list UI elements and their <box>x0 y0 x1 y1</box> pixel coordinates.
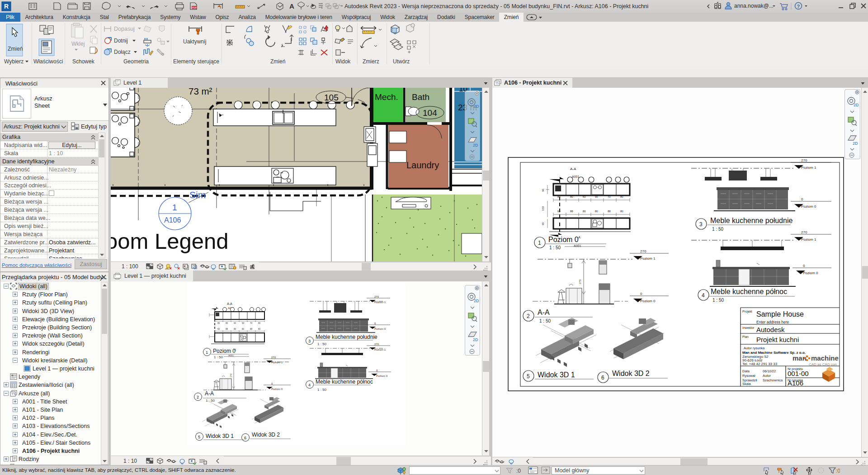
svg-text:5: 5 <box>527 373 530 380</box>
svg-text:0: 0 <box>803 264 805 268</box>
svg-text:Meble kuchenne południe: Meble kuchenne południe <box>316 334 377 340</box>
svg-text:Schowek: Schowek <box>72 58 95 65</box>
svg-text:Zmień: Zmień <box>8 46 23 52</box>
svg-text:270: 270 <box>801 230 807 234</box>
svg-text:A: A <box>289 2 294 10</box>
svg-text:4: 4 <box>702 292 705 299</box>
svg-text:80: 80 <box>570 195 573 198</box>
svg-text:1 : 50: 1 : 50 <box>539 318 551 323</box>
svg-text:2: 2 <box>527 313 530 319</box>
svg-text:Dopasuj: Dopasuj <box>114 26 135 32</box>
svg-text:1 : 50: 1 : 50 <box>712 227 723 232</box>
svg-text:270: 270 <box>271 356 276 359</box>
svg-text:80: 80 <box>217 322 220 324</box>
svg-text:Poziom 0: Poziom 0 <box>376 375 388 377</box>
svg-text:Poziom 0: Poziom 0 <box>640 299 656 303</box>
svg-text:Zmierz: Zmierz <box>363 58 379 65</box>
svg-text:Poziom 1: Poziom 1 <box>374 301 386 304</box>
svg-text::0: :0 <box>516 468 521 474</box>
svg-text:Tel. +48 42 291 33 33: Tel. +48 42 291 33 33 <box>742 362 778 366</box>
svg-text:1 : 50: 1 : 50 <box>206 399 215 403</box>
svg-text:A106: A106 <box>164 216 181 224</box>
svg-text:1: 1 <box>172 203 177 212</box>
svg-text:270: 270 <box>374 295 379 298</box>
svg-text:60: 60 <box>542 222 544 225</box>
svg-text:Szachownica: Szachownica <box>763 378 783 382</box>
svg-text:Poziom 0: Poziom 0 <box>271 388 283 390</box>
svg-text:Poziom 0: Poziom 0 <box>801 204 816 209</box>
svg-text:80: 80 <box>620 195 623 198</box>
svg-text:Plan: Plan <box>742 335 749 338</box>
svg-text:A001: A001 <box>572 175 579 178</box>
svg-text:1 : 50: 1 : 50 <box>214 355 223 359</box>
svg-text:5: 5 <box>198 435 200 439</box>
svg-text:88: 88 <box>570 210 573 213</box>
svg-text:2D: 2D <box>854 103 859 107</box>
svg-text:Uaktywnij: Uaktywnij <box>183 38 206 45</box>
svg-text:80: 80 <box>234 328 236 330</box>
svg-text:A-A: A-A <box>538 309 550 316</box>
svg-text:80: 80 <box>583 210 586 213</box>
svg-text:Bath: Bath <box>412 92 429 102</box>
svg-text:A-A: A-A <box>570 167 576 171</box>
svg-text:Sample House: Sample House <box>756 310 804 318</box>
svg-text:2D: 2D <box>473 143 478 147</box>
svg-text:-A: -A <box>234 348 236 351</box>
svg-text:0: 0 <box>640 292 642 296</box>
svg-text:Widok 3D 1: Widok 3D 1 <box>538 371 575 379</box>
svg-text:06/10/22: 06/10/22 <box>763 369 776 373</box>
svg-text:70: 70 <box>608 195 611 198</box>
svg-text:2D: 2D <box>474 104 479 109</box>
svg-text:90: 90 <box>595 195 598 198</box>
svg-text:Meble kuchenne północ: Meble kuchenne północ <box>711 288 787 295</box>
svg-text:Dołącz: Dołącz <box>114 49 131 55</box>
svg-text:oom Legend: oom Legend <box>111 229 228 253</box>
svg-text:270: 270 <box>579 279 581 284</box>
svg-text:Poziom 0: Poziom 0 <box>803 271 818 275</box>
svg-text:Poziom 1: Poziom 1 <box>374 348 386 351</box>
svg-text:Zmień: Zmień <box>270 58 285 65</box>
svg-text:anna.nowak@...: anna.nowak@... <box>734 3 774 9</box>
svg-text:Właściwości: Właściwości <box>33 58 63 65</box>
svg-text:1 : 50: 1 : 50 <box>549 245 561 250</box>
svg-text:Mech.: Mech. <box>375 92 398 102</box>
svg-text:Data: Data <box>742 369 750 373</box>
svg-text:?: ? <box>797 4 800 9</box>
svg-text:270: 270 <box>230 373 232 377</box>
svg-text:6: 6 <box>244 436 246 440</box>
svg-text:80: 80 <box>557 195 561 198</box>
svg-text:Poziom 1: Poziom 1 <box>801 166 816 170</box>
svg-text:3: 3 <box>308 339 311 343</box>
svg-text:machine: machine <box>811 354 839 362</box>
svg-text:Projekt kuchni: Projekt kuchni <box>756 336 799 343</box>
svg-text:Poziom 0: Poziom 0 <box>548 236 579 243</box>
svg-text:Utwórz: Utwórz <box>393 58 410 65</box>
svg-text:88: 88 <box>250 328 253 330</box>
svg-text:80: 80 <box>595 210 598 213</box>
svg-text:Dotnij: Dotnij <box>114 38 128 44</box>
svg-text:60: 60 <box>217 328 220 330</box>
svg-text:A-A: A-A <box>205 390 214 397</box>
svg-text:1 : 50: 1 : 50 <box>317 388 327 392</box>
svg-text:PDF: PDF <box>192 6 198 9</box>
svg-text:Poziom 0: Poziom 0 <box>374 328 386 330</box>
svg-text:160: 160 <box>542 206 544 211</box>
svg-text:A001: A001 <box>574 244 581 247</box>
svg-text:Autor: Autor <box>763 374 771 378</box>
svg-text:270: 270 <box>640 249 646 253</box>
svg-text:2D: 2D <box>853 141 858 146</box>
svg-text:Inwestor: Inwestor <box>742 326 755 329</box>
svg-text:Autodesk: Autodesk <box>756 326 785 333</box>
svg-text:Elementy sterujące: Elementy sterujące <box>173 58 219 65</box>
svg-text:60: 60 <box>557 210 561 213</box>
svg-text:Poziom 1: Poziom 1 <box>271 361 283 364</box>
svg-text:Poziom 0: Poziom 0 <box>213 348 236 354</box>
svg-text:001-00: 001-00 <box>788 370 809 377</box>
svg-text:6: 6 <box>601 375 604 381</box>
svg-text:88: 88 <box>608 210 611 213</box>
svg-text:2: 2 <box>197 395 199 399</box>
svg-text:80: 80 <box>258 328 261 330</box>
svg-text:270: 270 <box>374 343 379 346</box>
svg-text:Rysował: Rysował <box>742 374 755 378</box>
svg-text:Poziom 1: Poziom 1 <box>801 238 816 242</box>
